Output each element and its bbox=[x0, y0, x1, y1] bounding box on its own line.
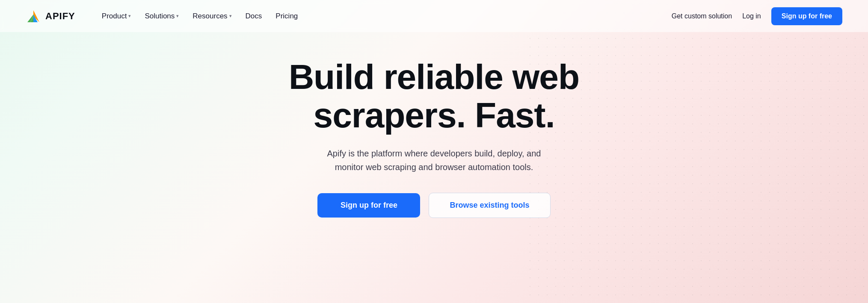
nav-right: Get custom solution Log in Sign up for f… bbox=[672, 7, 842, 25]
navbar: APIFY Product ▾ Solutions ▾ Resources ▾ … bbox=[0, 0, 868, 32]
nav-item-solutions[interactable]: Solutions ▾ bbox=[139, 9, 185, 24]
browse-tools-button[interactable]: Browse existing tools bbox=[429, 193, 550, 218]
signup-hero-button[interactable]: Sign up for free bbox=[317, 193, 420, 218]
nav-item-resources[interactable]: Resources ▾ bbox=[187, 9, 237, 24]
logo[interactable]: APIFY bbox=[26, 9, 75, 24]
page-wrapper: APIFY Product ▾ Solutions ▾ Resources ▾ … bbox=[0, 0, 868, 303]
apify-logo-icon bbox=[26, 9, 41, 24]
chevron-down-icon: ▾ bbox=[176, 13, 179, 19]
nav-item-product[interactable]: Product ▾ bbox=[96, 9, 137, 24]
hero-subtitle: Apify is the platform where developers b… bbox=[314, 147, 554, 174]
hero-buttons: Sign up for free Browse existing tools bbox=[317, 193, 550, 218]
logo-text: APIFY bbox=[45, 11, 75, 22]
get-custom-solution-link[interactable]: Get custom solution bbox=[672, 12, 732, 20]
chevron-down-icon: ▾ bbox=[229, 13, 232, 19]
signup-nav-button[interactable]: Sign up for free bbox=[771, 7, 842, 25]
nav-links: Product ▾ Solutions ▾ Resources ▾ Docs P… bbox=[96, 9, 672, 24]
nav-item-pricing[interactable]: Pricing bbox=[270, 9, 304, 24]
nav-item-docs[interactable]: Docs bbox=[240, 9, 268, 24]
hero-section: Build reliable web scrapers. Fast. Apify… bbox=[0, 32, 868, 235]
hero-title: Build reliable web scrapers. Fast. bbox=[267, 58, 601, 135]
login-link[interactable]: Log in bbox=[742, 12, 761, 20]
chevron-down-icon: ▾ bbox=[128, 13, 131, 19]
